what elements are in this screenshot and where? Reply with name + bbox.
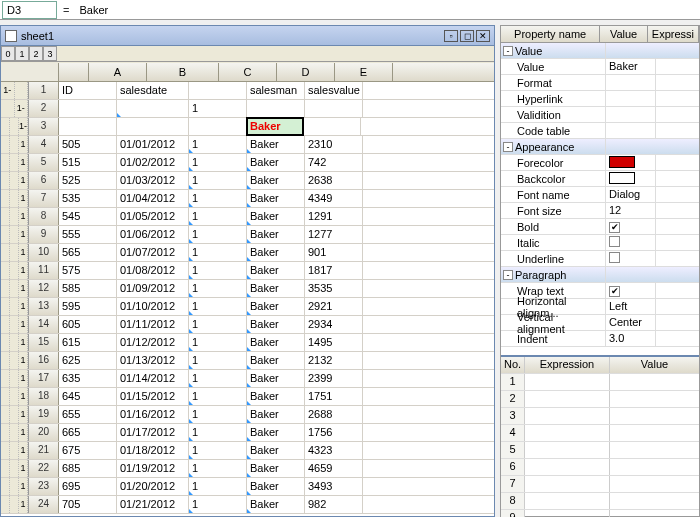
prop-value[interactable]: 12	[606, 203, 656, 218]
row-number[interactable]: 14	[29, 316, 59, 333]
outline-toggle[interactable]	[10, 496, 19, 513]
outline-toggle[interactable]: 1	[19, 136, 28, 153]
cell[interactable]: 3535	[305, 280, 363, 297]
property-row[interactable]: Code table	[501, 123, 699, 139]
property-row[interactable]: Italic	[501, 235, 699, 251]
formula-value[interactable]: Baker	[75, 2, 700, 18]
maximize-icon[interactable]: ◻	[460, 30, 474, 42]
cell[interactable]: Baker	[247, 316, 305, 333]
cell[interactable]: Baker	[247, 298, 305, 315]
expr-expression[interactable]	[525, 493, 610, 509]
outline-toggle[interactable]	[10, 172, 19, 189]
outline-toggle[interactable]	[15, 82, 29, 99]
outline-toggle[interactable]	[10, 478, 19, 495]
cell[interactable]: 1	[189, 136, 247, 153]
cell[interactable]: 695	[59, 478, 117, 495]
cell[interactable]: Baker	[247, 460, 305, 477]
outline-toggle[interactable]	[1, 262, 10, 279]
property-row[interactable]: Format	[501, 75, 699, 91]
property-row[interactable]: -Value	[501, 43, 699, 59]
cell[interactable]: 655	[59, 406, 117, 423]
row-number[interactable]: 18	[29, 388, 59, 405]
outline-toggle[interactable]	[10, 406, 19, 423]
cell[interactable]: 01/12/2012	[117, 334, 189, 351]
expr-row[interactable]: 2	[501, 391, 699, 408]
outline-toggle[interactable]: 1	[19, 478, 28, 495]
outline-toggle[interactable]	[1, 226, 10, 243]
prop-value[interactable]	[606, 75, 656, 90]
row-number[interactable]: 20	[29, 424, 59, 441]
cell[interactable]: 3493	[305, 478, 363, 495]
outline-toggle[interactable]: 1	[19, 370, 28, 387]
outline-toggle[interactable]	[1, 280, 10, 297]
cell[interactable]: 982	[305, 496, 363, 513]
outline-toggle[interactable]	[1, 298, 10, 315]
cell[interactable]: 1	[189, 334, 247, 351]
outline-toggle[interactable]	[1, 388, 10, 405]
cell[interactable]: 01/16/2012	[117, 406, 189, 423]
cell[interactable]: Baker	[247, 442, 305, 459]
outline-toggle[interactable]	[10, 136, 19, 153]
cell[interactable]: 1	[189, 406, 247, 423]
cell[interactable]: Baker	[247, 406, 305, 423]
outline-toggle[interactable]	[10, 208, 19, 225]
cell[interactable]	[305, 100, 363, 117]
outline-toggle[interactable]	[1, 406, 10, 423]
cell[interactable]: Baker	[247, 226, 305, 243]
cell[interactable]: 01/18/2012	[117, 442, 189, 459]
cell[interactable]: 2399	[305, 370, 363, 387]
cell[interactable]: 705	[59, 496, 117, 513]
cell-reference-box[interactable]: D3	[2, 1, 57, 19]
cell[interactable]: 1	[189, 190, 247, 207]
outline-toggle[interactable]	[10, 154, 19, 171]
cell[interactable]: 615	[59, 334, 117, 351]
cell[interactable]: 565	[59, 244, 117, 261]
row-number[interactable]: 22	[29, 460, 59, 477]
expr-value[interactable]	[610, 510, 699, 517]
row-number[interactable]: 7	[29, 190, 59, 207]
outline-toggle[interactable]	[10, 370, 19, 387]
outline-toggle[interactable]: 1	[19, 280, 28, 297]
expr-hdr-no[interactable]: No.	[501, 357, 525, 373]
cell[interactable]: 515	[59, 154, 117, 171]
cell[interactable]: 555	[59, 226, 117, 243]
cell[interactable]: 1	[189, 208, 247, 225]
cell[interactable]: 525	[59, 172, 117, 189]
outline-toggle[interactable]: 1	[19, 496, 28, 513]
expr-row[interactable]: 7	[501, 476, 699, 493]
row-number[interactable]: 4	[29, 136, 59, 153]
outline-toggle[interactable]: 1	[19, 406, 28, 423]
row-number[interactable]: 13	[29, 298, 59, 315]
outline-toggle[interactable]	[1, 352, 10, 369]
outline-toggle[interactable]: 1	[19, 226, 28, 243]
prop-value[interactable]: Left	[606, 299, 656, 314]
outline-toggle[interactable]	[10, 298, 19, 315]
expr-value[interactable]	[610, 442, 699, 458]
cell[interactable]: Baker	[247, 496, 305, 513]
outline-toggle[interactable]	[1, 460, 10, 477]
cell[interactable]: 01/21/2012	[117, 496, 189, 513]
cell[interactable]: 1	[189, 262, 247, 279]
cell[interactable]: salesvalue	[305, 82, 363, 99]
outline-toggle[interactable]	[1, 100, 15, 117]
col-header-d[interactable]: D	[277, 63, 335, 81]
cell[interactable]: Baker	[247, 136, 305, 153]
outline-toggle[interactable]	[1, 334, 10, 351]
expr-value[interactable]	[610, 493, 699, 509]
outline-toggle[interactable]	[10, 226, 19, 243]
cell[interactable]: 901	[305, 244, 363, 261]
rows-container[interactable]: 1-1IDsalesdatesalesmansalesvalue1-211-3B…	[1, 82, 494, 516]
expr-row[interactable]: 4	[501, 425, 699, 442]
cell[interactable]: Baker	[247, 370, 305, 387]
outline-toggle[interactable]: 1	[19, 262, 28, 279]
cell[interactable]	[117, 100, 189, 117]
cell[interactable]: 01/14/2012	[117, 370, 189, 387]
cell[interactable]: 01/19/2012	[117, 460, 189, 477]
collapse-icon[interactable]: -	[503, 270, 513, 280]
outline-toggle[interactable]: 1	[19, 460, 28, 477]
cell[interactable]: 1751	[305, 388, 363, 405]
row-number[interactable]: 21	[29, 442, 59, 459]
outline-toggle[interactable]: 1	[19, 388, 28, 405]
cell[interactable]: 01/04/2012	[117, 190, 189, 207]
cell[interactable]: Baker	[247, 280, 305, 297]
